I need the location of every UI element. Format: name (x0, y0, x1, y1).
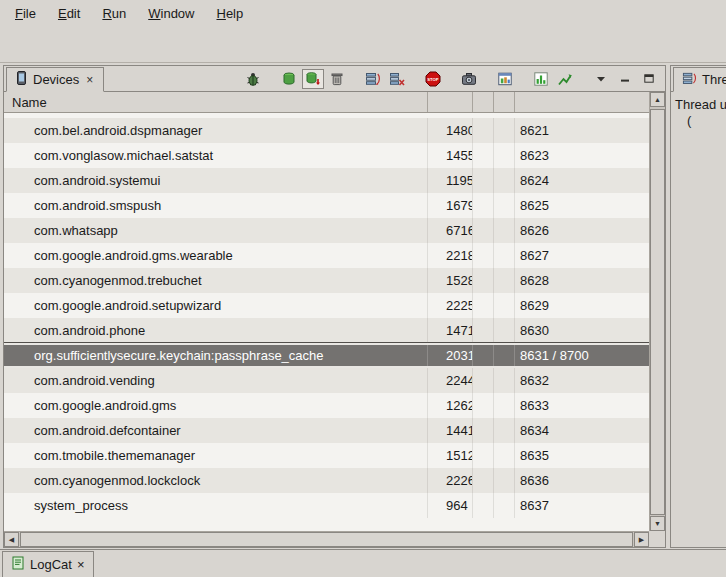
column-header-port[interactable] (515, 92, 649, 112)
scrollbar-corner (649, 531, 665, 547)
network-stats-icon[interactable] (554, 69, 576, 89)
stop-icon[interactable]: STOP (422, 69, 444, 89)
threads-tabbar: Threads (671, 66, 726, 92)
process-pid: 964 (428, 493, 473, 518)
maximize-icon[interactable] (638, 69, 660, 89)
table-row[interactable]: com.whatsapp 6716 8626 (4, 218, 649, 243)
logcat-icon (11, 556, 25, 573)
tab-logcat[interactable]: LogCat × (2, 551, 94, 577)
empty-cell (473, 118, 494, 143)
scroll-right-icon[interactable]: ▶ (634, 532, 649, 547)
process-pid: 20311 (428, 345, 473, 366)
process-pid: 1480 (428, 118, 473, 143)
view-menu-icon[interactable] (590, 69, 612, 89)
process-pid: 22265 (428, 468, 473, 493)
process-port: 8630 (515, 318, 649, 343)
menu-edit[interactable]: Edit (47, 2, 91, 25)
horizontal-scroll-thumb[interactable] (20, 532, 633, 547)
table-row[interactable]: com.cyanogenmod.trebuchet 1528 8628 (4, 268, 649, 293)
empty-cell (494, 345, 515, 366)
menu-file[interactable]: File (4, 2, 47, 25)
screen-capture-icon[interactable] (458, 69, 480, 89)
empty-cell (494, 418, 515, 443)
table-row[interactable]: com.bel.android.dspmanager 1480 8621 (4, 118, 649, 143)
table-row[interactable]: com.android.systemui 1195 8624 (4, 168, 649, 193)
process-name: com.android.phone (4, 318, 428, 343)
process-port: 8636 (515, 468, 649, 493)
empty-cell (494, 118, 515, 143)
devices-tabbar: Devices × STOP (4, 66, 665, 92)
method-profiling-icon[interactable] (530, 69, 552, 89)
threads-message: Thread up ( (671, 92, 726, 134)
table-row[interactable]: com.google.android.gms 12623 8633 (4, 393, 649, 418)
process-name: com.bel.android.dspmanager (4, 118, 428, 143)
empty-cell (494, 443, 515, 468)
process-pid: 1195 (428, 168, 473, 193)
empty-cell (494, 268, 515, 293)
update-threads-icon[interactable] (362, 69, 384, 89)
horizontal-scrollbar[interactable]: ◀ ▶ (4, 531, 649, 547)
table-row[interactable]: com.android.defcontainer 14411 8634 (4, 418, 649, 443)
table-row[interactable]: com.tmobile.thememanager 1512 8635 (4, 443, 649, 468)
process-name: com.google.android.gms (4, 393, 428, 418)
process-port: 8624 (515, 168, 649, 193)
process-port: 8621 (515, 118, 649, 143)
main-toolbar-strip (0, 26, 726, 63)
column-header-empty[interactable] (473, 92, 494, 112)
empty-cell (473, 193, 494, 218)
column-header-empty[interactable] (494, 92, 515, 112)
scroll-down-icon[interactable]: ▼ (650, 516, 665, 531)
empty-cell (473, 393, 494, 418)
menu-help[interactable]: Help (205, 2, 254, 25)
scroll-up-icon[interactable]: ▲ (650, 92, 665, 107)
process-port: 8625 (515, 193, 649, 218)
empty-cell (473, 218, 494, 243)
table-row[interactable]: com.android.phone 1471 8630 (4, 318, 649, 343)
column-header-name[interactable]: Name (4, 92, 428, 112)
process-name: com.android.systemui (4, 168, 428, 193)
minimize-icon[interactable] (614, 69, 636, 89)
device-process-table-body: com.bel.android.dspmanager 1480 8621 com… (4, 113, 649, 531)
empty-cell (473, 268, 494, 293)
vertical-scroll-thumb[interactable] (650, 109, 665, 515)
table-row[interactable]: com.android.vending 22440 8632 (4, 368, 649, 393)
update-heap-icon[interactable] (278, 69, 300, 89)
devices-view-panel: Devices × STOP Name com.bel.android.dspm… (3, 65, 666, 548)
system-info-icon[interactable] (494, 69, 516, 89)
empty-cell (494, 318, 515, 343)
table-row[interactable]: com.cyanogenmod.lockclock 22265 8636 (4, 468, 649, 493)
table-row[interactable]: com.google.android.setupwizard 22250 862… (4, 293, 649, 318)
process-port: 8632 (515, 368, 649, 393)
table-row[interactable]: com.android.smspush 1679 8625 (4, 193, 649, 218)
table-row[interactable]: org.sufficientlysecure.keychain:passphra… (4, 343, 649, 368)
empty-cell (473, 443, 494, 468)
empty-cell (473, 418, 494, 443)
process-port: 8627 (515, 243, 649, 268)
tab-threads[interactable]: Threads (673, 67, 726, 92)
close-icon[interactable]: × (84, 73, 95, 87)
stop-threads-icon[interactable] (386, 69, 408, 89)
table-row[interactable]: com.vonglasow.michael.satstat 14553 8623 (4, 143, 649, 168)
close-icon[interactable]: × (77, 557, 85, 572)
vertical-scrollbar[interactable]: ▲ ▼ (649, 92, 665, 531)
process-name: com.cyanogenmod.lockclock (4, 468, 428, 493)
process-name: com.whatsapp (4, 218, 428, 243)
debug-process-icon[interactable] (242, 69, 264, 89)
tab-devices[interactable]: Devices × (6, 67, 104, 92)
menu-window[interactable]: Window (137, 2, 205, 25)
empty-cell (473, 293, 494, 318)
process-port: 8637 (515, 493, 649, 518)
table-header-row: Name (4, 92, 649, 113)
ddms-window: { "colors": { "selection_bg": "#747270",… (0, 0, 726, 577)
menu-run[interactable]: Run (91, 2, 137, 25)
table-row[interactable]: com.google.android.gms.wearable 22185 86… (4, 243, 649, 268)
dump-hprof-icon[interactable] (302, 69, 324, 89)
process-name: com.tmobile.thememanager (4, 443, 428, 468)
scroll-left-icon[interactable]: ◀ (4, 532, 19, 547)
column-header-pid[interactable] (428, 92, 473, 112)
cause-gc-icon[interactable] (326, 69, 348, 89)
table-row[interactable]: system_process 964 8637 (4, 493, 649, 518)
device-icon (15, 71, 28, 88)
empty-cell (494, 293, 515, 318)
process-pid: 22440 (428, 368, 473, 393)
